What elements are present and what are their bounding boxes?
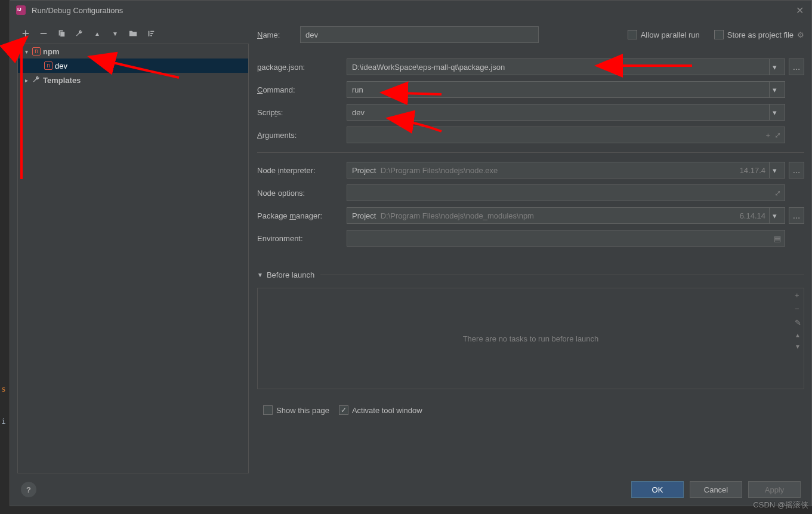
no-tasks-message: There are no tasks to run before launch <box>463 334 599 343</box>
tree-node-npm[interactable]: ▾ n npm <box>18 44 248 59</box>
config-toolbar: ▲ ▼ <box>17 26 249 44</box>
titlebar: Run/Debug Configurations ✕ <box>10 1 811 20</box>
add-icon[interactable]: + <box>795 291 801 300</box>
watermark: CSDN @摇滚侠 <box>753 500 808 510</box>
node-version-badge: 14.17.4 <box>740 166 765 175</box>
remove-icon[interactable]: − <box>795 304 801 313</box>
tree-label: dev <box>55 61 67 70</box>
command-label: Command: <box>257 85 347 94</box>
tree-node-templates[interactable]: ▸ Templates <box>18 73 248 87</box>
package-manager-combo[interactable]: Project D:\Program Files\nodejs\node_mod… <box>347 207 785 224</box>
package-manager-label: Package manager: <box>257 211 347 220</box>
store-project-checkbox[interactable] <box>714 30 724 39</box>
node-interpreter-combo[interactable]: Project D:\Program Files\nodejs\node.exe… <box>347 162 785 178</box>
before-launch-list: There are no tasks to run before launch … <box>257 288 804 389</box>
window-title: Run/Debug Configurations <box>32 6 794 15</box>
expand-icon[interactable]: ⤢ <box>774 131 781 140</box>
config-tree[interactable]: ▾ n npm n dev ▸ Templates <box>17 44 249 473</box>
chevron-down-icon[interactable]: ▾ <box>769 104 780 120</box>
npm-version-badge: 6.14.14 <box>740 211 765 220</box>
show-page-checkbox[interactable] <box>263 405 273 415</box>
environment-label: Environment: <box>257 234 347 243</box>
run-debug-dialog: Run/Debug Configurations ✕ ▲ ▼ ▾ n npm <box>10 0 812 506</box>
allow-parallel-label: Allow parallel run <box>641 30 700 39</box>
command-combo[interactable]: run ▾ <box>347 81 785 98</box>
copy-icon[interactable] <box>57 29 66 38</box>
plus-icon[interactable]: + <box>765 131 770 140</box>
scripts-label: Scripts: <box>257 108 347 117</box>
package-json-label: package.json: <box>257 63 347 72</box>
browse-button[interactable]: … <box>789 59 804 75</box>
environment-input[interactable]: ▤ <box>347 230 785 247</box>
up-icon[interactable]: ▲ <box>795 332 801 338</box>
wrench-icon[interactable] <box>75 29 84 38</box>
ok-button[interactable]: OK <box>631 481 684 498</box>
allow-parallel-checkbox[interactable] <box>628 30 637 39</box>
editor-bg-text: s <box>1 384 6 393</box>
npm-icon: n <box>44 61 53 70</box>
cancel-button[interactable]: Cancel <box>690 481 742 498</box>
node-options-label: Node options: <box>257 189 347 198</box>
sort-icon[interactable] <box>146 29 156 38</box>
chevron-down-icon[interactable]: ▾ <box>769 59 780 75</box>
chevron-down-icon[interactable]: ▾ <box>769 162 780 178</box>
expand-icon[interactable]: ⤢ <box>774 189 781 198</box>
dialog-footer: ? OK Cancel Apply <box>10 473 811 506</box>
before-launch-label: Before launch <box>267 270 314 279</box>
list-icon[interactable]: ▤ <box>774 234 781 243</box>
down-icon[interactable]: ▼ <box>110 29 120 38</box>
folder-icon[interactable] <box>128 29 138 38</box>
add-icon[interactable] <box>21 29 30 38</box>
browse-button[interactable]: … <box>789 162 804 178</box>
app-logo-icon <box>16 5 26 15</box>
remove-icon[interactable] <box>39 29 48 38</box>
chevron-down-icon[interactable]: ▾ <box>769 82 780 97</box>
activate-tool-label: Activate tool window <box>352 406 422 415</box>
expand-icon[interactable]: ▾ <box>23 48 30 55</box>
store-project-label: Store as project file <box>727 30 794 39</box>
help-button[interactable]: ? <box>21 482 36 497</box>
show-page-label: Show this page <box>276 406 329 415</box>
npm-icon: n <box>32 47 41 56</box>
chevron-down-icon[interactable]: ▾ <box>769 208 780 223</box>
collapse-icon[interactable]: ▼ <box>257 272 263 278</box>
node-options-input[interactable]: ⤢ <box>347 184 785 201</box>
browse-button[interactable]: … <box>789 207 804 224</box>
name-label: Name: <box>257 30 300 39</box>
apply-button[interactable]: Apply <box>748 481 801 498</box>
editor-bg-text: i <box>1 417 6 426</box>
up-icon[interactable]: ▲ <box>92 29 102 38</box>
scripts-combo[interactable]: dev ▾ <box>347 104 785 121</box>
tree-label: Templates <box>43 76 81 85</box>
arguments-input[interactable]: + ⤢ <box>347 127 785 143</box>
name-input[interactable]: dev <box>300 26 539 43</box>
activate-tool-checkbox[interactable] <box>339 405 348 415</box>
wrench-icon <box>32 75 41 85</box>
edit-icon[interactable]: ✎ <box>795 318 801 327</box>
arguments-label: Arguments: <box>257 131 347 140</box>
expand-icon[interactable]: ▸ <box>23 77 30 84</box>
package-json-combo[interactable]: D:\ideaWorkSpace\eps-mall-qt\package.jso… <box>347 59 785 75</box>
tree-node-dev[interactable]: n dev <box>18 59 248 73</box>
tree-label: npm <box>43 47 59 56</box>
down-icon[interactable]: ▼ <box>795 343 801 350</box>
gear-icon[interactable]: ⚙ <box>797 30 804 39</box>
close-icon[interactable]: ✕ <box>794 5 805 16</box>
node-interpreter-label: Node interpreter: <box>257 166 347 175</box>
